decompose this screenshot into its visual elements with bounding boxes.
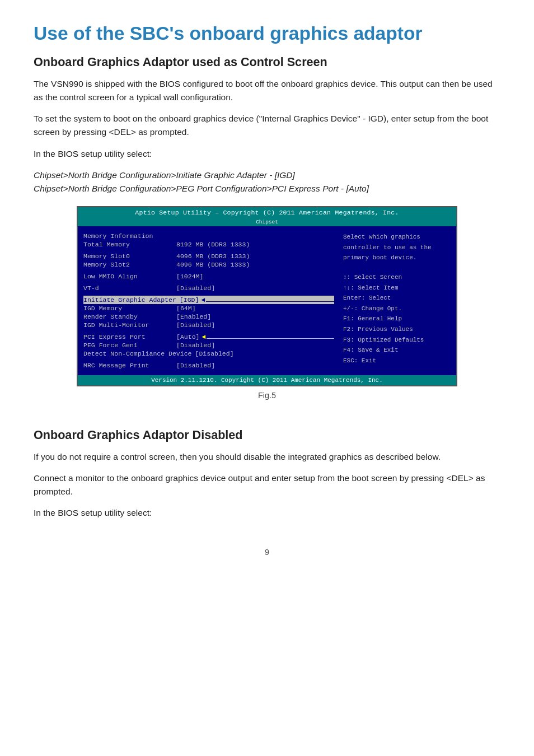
bios-row-total-memory: Total Memory 8192 MB (DDR3 1333)	[83, 240, 334, 249]
bios-row-vtd: VT-d [Disabled]	[83, 284, 334, 292]
bios-title-bar: Aptio Setup Utility – Copyright (C) 2011…	[78, 207, 456, 218]
bios-row-iga: Initiate Graphic Adapter [IGD] ◄	[83, 296, 334, 304]
bios-path-block: Chipset>North Bridge Configuration>Initi…	[34, 169, 500, 197]
bios-right-help-bottom: ↕: Select Screen ↑↓: Select Item Enter: …	[343, 272, 451, 366]
bios-footer: Version 2.11.1210. Copyright (C) 2011 Am…	[78, 375, 456, 385]
bios-row-peg-force: PEG Force Gen1 [Disabled]	[83, 341, 334, 349]
section1-para2: To set the system to boot on the onboard…	[34, 112, 500, 139]
bios-tab: Chipset	[256, 219, 278, 225]
bios-row-slot2: Memory Slot2 4096 MB (DDR3 1333)	[83, 260, 334, 269]
section2-para2: Connect a monitor to the onboard graphic…	[34, 472, 500, 498]
section1-heading: Onboard Graphics Adaptor used as Control…	[34, 55, 500, 69]
bios-row-slot0: Memory Slot0 4096 MB (DDR3 1333)	[83, 252, 334, 260]
section1-para1: The VSN990 is shipped with the BIOS conf…	[34, 77, 500, 104]
bios-row-pci-express: PCI Express Port [Auto] ◄	[83, 333, 334, 341]
section2-para1: If you do not require a control screen, …	[34, 450, 500, 464]
bios-right-panel: Select which graphics controller to use …	[339, 230, 456, 372]
bios-row-render-standby: Render Standby [Enabled]	[83, 312, 334, 321]
section1-para3: In the BIOS setup utility select:	[34, 147, 500, 161]
page-title: Use of the SBC's onboard graphics adapto…	[34, 22, 500, 45]
bios-path2: Chipset>North Bridge Configuration>PEG P…	[34, 184, 369, 193]
bios-row-detect-non: Detect Non-Compliance Device [Disabled]	[83, 349, 334, 358]
bios-path1: Chipset>North Bridge Configuration>Initi…	[34, 170, 295, 180]
bios-row-mmio: Low MMIO Align [1024M]	[83, 272, 334, 281]
bios-left-panel: Memory Information Total Memory 8192 MB …	[78, 230, 339, 372]
section2-para3: In the BIOS setup utility select:	[34, 506, 500, 520]
page-number: 9	[34, 548, 500, 557]
bios-row-igd-multi: IGD Multi-Monitor [Disabled]	[83, 321, 334, 329]
bios-row-memory-info: Memory Information	[83, 232, 334, 240]
section2-heading: Onboard Graphics Adaptor Disabled	[34, 428, 500, 442]
bios-screenshot: Aptio Setup Utility – Copyright (C) 2011…	[77, 206, 457, 386]
bios-row-igd-mem: IGD Memory [64M]	[83, 304, 334, 312]
bios-row-mrc: MRC Message Print [Disabled]	[83, 361, 334, 370]
fig-label: Fig.5	[34, 391, 500, 400]
bios-right-help-top: Select which graphics controller to use …	[343, 232, 451, 263]
